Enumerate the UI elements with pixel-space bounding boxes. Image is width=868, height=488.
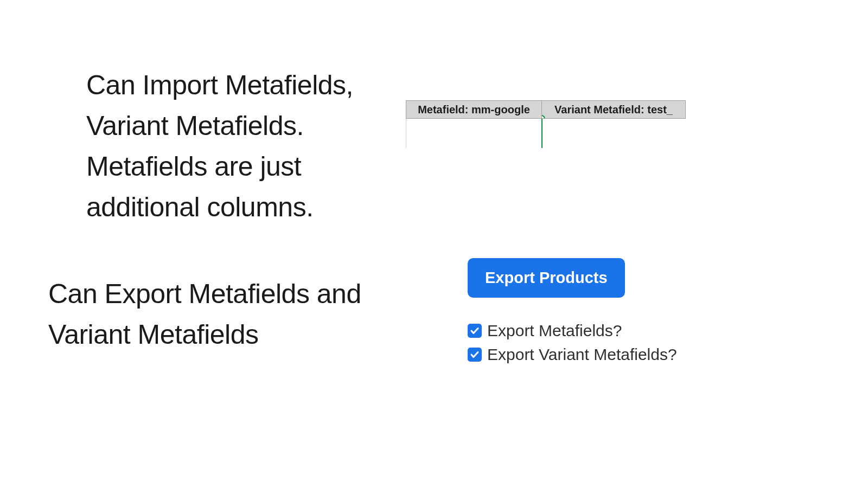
spreadsheet-header-variant-metafield[interactable]: Variant Metafield: test_: [541, 100, 686, 119]
spreadsheet-cell[interactable]: [541, 119, 686, 148]
spreadsheet-header-row: Metafield: mm-google Variant Metafield: …: [406, 100, 686, 119]
spreadsheet-header-label: Variant Metafield: test_: [554, 104, 673, 116]
spreadsheet-snippet: Metafield: mm-google Variant Metafield: …: [406, 100, 686, 148]
checkbox-row-metafields[interactable]: Export Metafields?: [468, 322, 677, 340]
export-heading: Can Export Metafields andVariant Metafie…: [48, 274, 361, 355]
export-panel: Export Products Export Metafields? Expor…: [468, 258, 677, 369]
import-heading: Can Import Metafields,Variant Metafields…: [86, 65, 353, 228]
checkbox-label: Export Metafields?: [487, 322, 622, 340]
checkbox-label: Export Variant Metafields?: [487, 345, 677, 364]
cell-selection-handle[interactable]: [541, 115, 545, 119]
spreadsheet-header-metafield[interactable]: Metafield: mm-google: [406, 100, 541, 119]
checkbox-icon: [468, 324, 482, 338]
checkbox-row-variant-metafields[interactable]: Export Variant Metafields?: [468, 345, 677, 364]
spreadsheet-body-row: [406, 119, 686, 148]
checkbox-icon: [468, 348, 482, 362]
checkbox-group: Export Metafields? Export Variant Metafi…: [468, 322, 677, 364]
spreadsheet-cell[interactable]: [406, 119, 541, 148]
export-products-button[interactable]: Export Products: [468, 258, 625, 298]
